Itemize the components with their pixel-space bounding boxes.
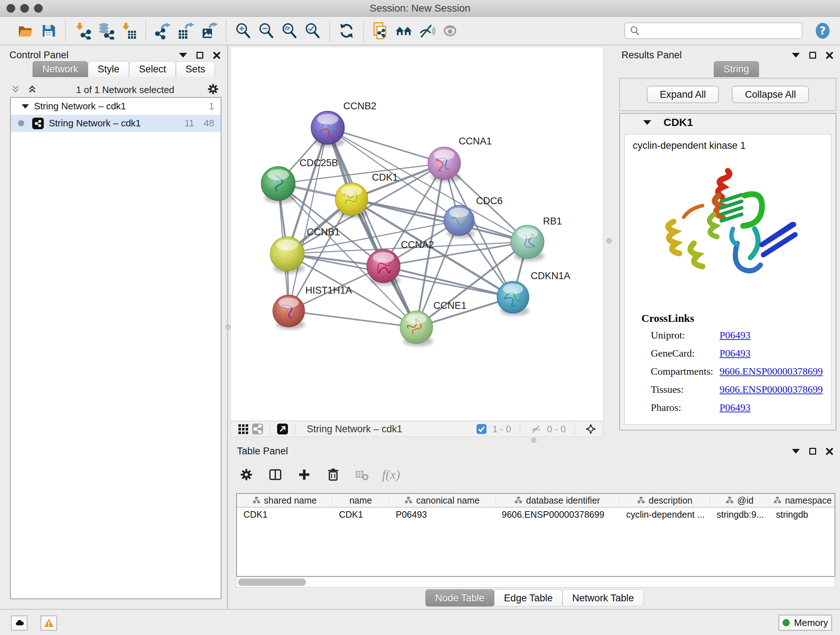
- tissues-link[interactable]: 9606.ENSP00000378699: [720, 384, 823, 395]
- network-edge[interactable]: [328, 128, 444, 163]
- left-splitter-handle[interactable]: [225, 325, 231, 330]
- tab-string-results[interactable]: String: [714, 61, 759, 77]
- gene-collapse-caret-icon[interactable]: [643, 120, 651, 125]
- panel-float-icon[interactable]: [809, 52, 816, 59]
- right-splitter-handle[interactable]: [606, 238, 612, 244]
- network-node-ccna1[interactable]: [428, 147, 461, 182]
- zoom-selected-button[interactable]: [301, 19, 324, 42]
- column-header[interactable]: database identifier: [495, 494, 620, 508]
- zoom-fit-button[interactable]: [278, 19, 301, 42]
- network-node-cdc6[interactable]: [444, 205, 475, 238]
- network-node-cdc25b[interactable]: [261, 166, 295, 203]
- column-header[interactable]: namespace: [769, 494, 835, 508]
- gene-section-header[interactable]: CDK1: [620, 114, 836, 131]
- cell-name[interactable]: CDK1: [332, 508, 389, 521]
- eye-button[interactable]: [439, 19, 462, 42]
- genecard-link[interactable]: P06493: [720, 348, 751, 359]
- show-columns-icon[interactable]: [266, 466, 284, 484]
- warnings-button[interactable]: [41, 616, 57, 631]
- uniprot-link[interactable]: P06493: [720, 329, 751, 341]
- export-image-button[interactable]: [197, 19, 221, 42]
- help-button[interactable]: ?: [813, 21, 833, 41]
- panel-menu-caret-icon[interactable]: [792, 53, 800, 57]
- cell-description[interactable]: cyclin-dependent ...: [620, 508, 710, 521]
- export-network-button[interactable]: [151, 19, 174, 42]
- expand-all-icon[interactable]: [27, 84, 37, 95]
- tab-select[interactable]: Select: [129, 61, 176, 77]
- hidden-eye-slash-icon[interactable]: [529, 422, 543, 436]
- pan-crosshair-icon[interactable]: [584, 422, 598, 436]
- export-table-button[interactable]: [174, 19, 197, 42]
- network-node-rb1[interactable]: [511, 225, 545, 261]
- hide-unhide-button[interactable]: [415, 19, 439, 42]
- tab-style[interactable]: Style: [88, 61, 129, 77]
- selected-checkbox-icon[interactable]: [474, 422, 489, 436]
- bottom-splitter-handle[interactable]: [531, 437, 537, 443]
- collapse-all-button[interactable]: Collapse All: [732, 86, 809, 103]
- zoom-out-button[interactable]: [255, 19, 278, 42]
- import-network-database-button[interactable]: [94, 19, 117, 42]
- column-header[interactable]: name: [332, 494, 389, 508]
- home-pair-button[interactable]: [392, 19, 415, 42]
- column-header[interactable]: @id: [710, 494, 769, 508]
- window-minimize-button[interactable]: [20, 4, 29, 13]
- network-graph[interactable]: CCNB2CCNA1CDC25BCDK1CDC6RB1CCNB1CCNA2CDK…: [231, 47, 603, 421]
- tab-sets[interactable]: Sets: [176, 61, 215, 77]
- pharos-link[interactable]: P06493: [720, 402, 751, 413]
- column-header[interactable]: canonical name: [389, 494, 495, 508]
- panel-close-icon[interactable]: [826, 448, 834, 455]
- share-view-icon[interactable]: [250, 422, 265, 436]
- node-table[interactable]: shared name name canonical name database…: [236, 493, 835, 577]
- tab-network-table[interactable]: Network Table: [562, 589, 644, 607]
- column-header[interactable]: shared name: [237, 494, 332, 508]
- window-close-button[interactable]: [6, 4, 15, 13]
- collapse-all-icon[interactable]: [11, 84, 20, 95]
- network-node-ccna2[interactable]: [367, 249, 401, 285]
- panel-float-icon[interactable]: [809, 448, 816, 455]
- cell-id[interactable]: stringdb:9...: [710, 508, 769, 521]
- search-input[interactable]: [644, 25, 797, 36]
- network-row-selected[interactable]: String Network – cdk1 11 48: [11, 115, 221, 132]
- tree-expand-caret-icon[interactable]: [22, 104, 29, 109]
- zoom-in-button[interactable]: [232, 19, 255, 42]
- network-node-ccnb2[interactable]: [311, 111, 345, 147]
- panel-menu-caret-icon[interactable]: [792, 449, 800, 454]
- network-node-cdk1[interactable]: [335, 183, 368, 218]
- open-session-button[interactable]: [14, 19, 37, 42]
- network-node-ccnb1[interactable]: [270, 237, 305, 274]
- tab-network[interactable]: Network: [33, 61, 88, 77]
- scrollbar-thumb[interactable]: [238, 578, 306, 586]
- memory-button[interactable]: Memory: [778, 615, 832, 631]
- cell-canonical-name[interactable]: P06493: [389, 508, 495, 521]
- network-edge[interactable]: [289, 128, 328, 311]
- table-row[interactable]: CDK1 CDK1 P06493 9606.ENSP00000378699 cy…: [237, 508, 835, 521]
- network-edge[interactable]: [289, 311, 416, 327]
- window-zoom-button[interactable]: [34, 4, 43, 13]
- delete-column-icon[interactable]: [324, 466, 342, 484]
- add-column-icon[interactable]: [295, 466, 313, 484]
- table-options-gear-icon[interactable]: [237, 466, 256, 484]
- save-session-button[interactable]: [37, 19, 60, 42]
- birdseye-toggle-icon[interactable]: [275, 422, 290, 436]
- expand-all-button[interactable]: Expand All: [647, 86, 719, 103]
- network-canvas[interactable]: CCNB2CCNA1CDC25BCDK1CDC6RB1CCNB1CCNA2CDK…: [231, 47, 603, 421]
- refresh-button[interactable]: [335, 19, 358, 42]
- network-node-ccne1[interactable]: [400, 311, 433, 346]
- network-collection-row[interactable]: String Network – cdk1 1: [11, 98, 221, 115]
- import-network-file-button[interactable]: [71, 19, 94, 42]
- string-protein-query-button[interactable]: [369, 19, 392, 42]
- panel-float-icon[interactable]: [196, 52, 203, 59]
- grid-view-icon[interactable]: [236, 422, 250, 436]
- cell-shared-name[interactable]: CDK1: [237, 508, 332, 521]
- compartments-link[interactable]: 9606.ENSP00000378699: [720, 366, 823, 377]
- network-node-cdkn1a[interactable]: [497, 281, 529, 316]
- table-horizontal-scrollbar[interactable]: [236, 578, 835, 587]
- column-header[interactable]: description: [620, 494, 710, 508]
- panel-menu-caret-icon[interactable]: [179, 53, 187, 57]
- panel-close-icon[interactable]: [826, 51, 834, 59]
- network-options-gear-icon[interactable]: [206, 82, 220, 97]
- panel-close-icon[interactable]: [213, 51, 221, 59]
- cell-database-identifier[interactable]: 9606.ENSP00000378699: [495, 508, 620, 521]
- tab-node-table[interactable]: Node Table: [425, 589, 494, 607]
- cell-namespace[interactable]: stringdb: [769, 508, 835, 521]
